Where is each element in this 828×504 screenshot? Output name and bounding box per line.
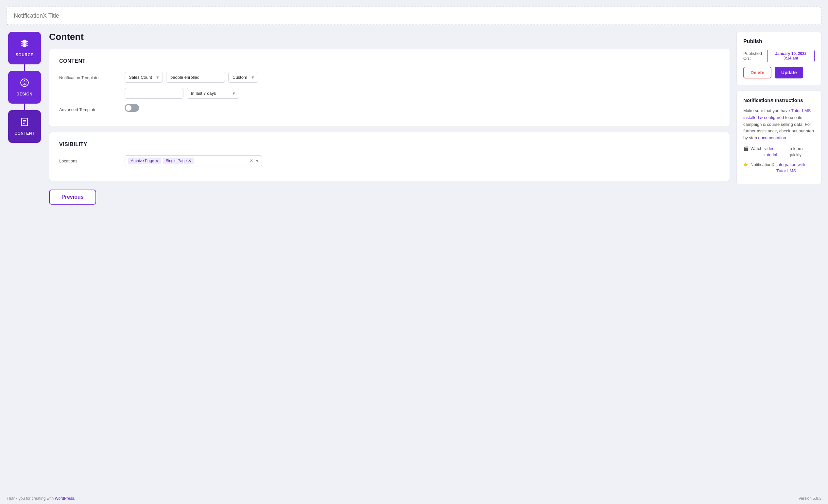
sales-count-wrapper: Sales Count Sales Value Conversion Custo… xyxy=(125,72,163,83)
notification-template-label: Notification Template xyxy=(59,72,125,80)
visibility-section-title: VISIBILITY xyxy=(59,141,720,147)
integration-prefix: NotificationX xyxy=(750,162,774,168)
instructions-before1: Make sure that you have xyxy=(743,108,791,113)
publish-title: Publish xyxy=(743,39,815,44)
delete-button[interactable]: Delete xyxy=(743,67,772,79)
locations-row: Locations Archive Page ✕ Single Page ✕ xyxy=(59,155,720,166)
video-tutorial-link[interactable]: video tutorial xyxy=(764,145,786,158)
template-text-input[interactable] xyxy=(125,88,183,99)
sidebar-source-label: SOURCE xyxy=(16,53,33,57)
toggle-slider xyxy=(125,104,139,112)
people-enrolled-input[interactable] xyxy=(166,72,225,83)
sidebar-item-content[interactable]: CONTENT xyxy=(8,110,41,143)
content-area: Content CONTENT Notification Template Sa… xyxy=(49,32,730,490)
visibility-card: VISIBILITY Locations Archive Page ✕ Sing… xyxy=(49,132,730,181)
svg-point-2 xyxy=(24,80,25,81)
published-on-value: January 10, 2022 3:14 am xyxy=(767,50,815,62)
footer-thanks-text: Thank you for creating with xyxy=(6,496,54,501)
footer-left-text: Thank you for creating with WordPress. xyxy=(6,496,75,501)
sidebar-item-design[interactable]: DESIGN xyxy=(8,71,41,104)
palette-icon xyxy=(20,78,29,89)
title-bar xyxy=(6,6,822,25)
pointing-icon: 👉 xyxy=(743,162,749,168)
watch-prefix: Watch xyxy=(750,145,762,152)
single-page-tag: Single Page ✕ xyxy=(163,157,194,164)
sidebar-item-source[interactable]: SOURCE xyxy=(8,32,41,64)
advanced-template-label: Advanced Template xyxy=(59,104,125,112)
previous-button[interactable]: Previous xyxy=(49,190,96,204)
archive-page-tag-label: Archive Page xyxy=(131,158,154,163)
layers-icon xyxy=(20,39,29,50)
video-icon: 🎬 xyxy=(743,145,749,152)
footer-bar: Thank you for creating with WordPress. V… xyxy=(6,493,822,501)
archive-page-remove-icon[interactable]: ✕ xyxy=(155,159,158,163)
advanced-template-toggle-wrapper xyxy=(125,104,139,112)
tags-controls: ✕ ▾ xyxy=(250,158,258,164)
sidebar-design-label: DESIGN xyxy=(16,92,32,96)
tags-clear-icon[interactable]: ✕ xyxy=(250,158,253,164)
sidebar-content-label: CONTENT xyxy=(14,131,35,136)
notification-template-dropdown1[interactable]: Sales Count Sales Value Conversion Custo… xyxy=(125,72,163,83)
custom-wrapper: Custom Default Minimal Modern ▼ xyxy=(228,72,258,83)
integration-row: 👉 NotificationX Integration with Tutor L… xyxy=(743,162,815,174)
update-button[interactable]: Update xyxy=(775,67,803,79)
svg-point-0 xyxy=(20,79,28,86)
locations-label: Locations xyxy=(59,155,125,164)
content-card: CONTENT Notification Template Sales Coun… xyxy=(49,49,730,127)
file-text-icon xyxy=(20,117,29,129)
notification-title-input[interactable] xyxy=(14,12,814,19)
archive-page-tag: Archive Page ✕ xyxy=(128,157,161,164)
publish-card: Publish Published On : January 10, 2022 … xyxy=(737,32,822,85)
content-section-title: CONTENT xyxy=(59,58,720,64)
sidebar-connector-1 xyxy=(24,64,25,71)
instructions-card: NotificationX Instructions Make sure tha… xyxy=(737,91,822,184)
wordpress-link[interactable]: WordPress xyxy=(55,496,74,501)
instructions-para1: Make sure that you have Tutor LMS instal… xyxy=(743,107,815,141)
right-panel: Publish Published On : January 10, 2022 … xyxy=(737,32,822,490)
documentation-link[interactable]: documentation xyxy=(758,135,786,140)
sidebar: SOURCE DESIGN xyxy=(6,32,43,490)
watch-suffix: to learn quickly xyxy=(788,145,815,158)
time-range-wrapper: In last 7 days In last 30 days In last 9… xyxy=(187,88,239,99)
locations-tags-container[interactable]: Archive Page ✕ Single Page ✕ ✕ ▾ xyxy=(125,155,262,166)
instructions-title: NotificationX Instructions xyxy=(743,97,815,103)
svg-point-1 xyxy=(23,81,24,83)
integration-link[interactable]: Integration with Tutor LMS xyxy=(776,162,815,174)
publish-date-row: Published On : January 10, 2022 3:14 am xyxy=(743,50,815,62)
tags-dropdown-icon[interactable]: ▾ xyxy=(256,158,258,164)
single-page-remove-icon[interactable]: ✕ xyxy=(188,159,191,163)
svg-point-3 xyxy=(26,81,27,83)
advanced-template-controls xyxy=(125,104,139,112)
notification-template-row: Notification Template Sales Count Sales … xyxy=(59,72,720,83)
watch-tutorial-row: 🎬 Watch video tutorial to learn quickly xyxy=(743,145,815,158)
template-second-row: In last 7 days In last 30 days In last 9… xyxy=(59,88,720,99)
advanced-template-toggle[interactable] xyxy=(125,104,139,112)
instructions-period: . xyxy=(786,135,787,140)
locations-controls: Archive Page ✕ Single Page ✕ ✕ ▾ xyxy=(125,155,262,166)
sidebar-connector-2 xyxy=(24,104,25,110)
time-range-dropdown[interactable]: In last 7 days In last 30 days In last 9… xyxy=(187,88,239,99)
single-page-tag-label: Single Page xyxy=(165,158,187,163)
notification-template-dropdown2[interactable]: Custom Default Minimal Modern xyxy=(228,72,258,83)
published-on-label: Published On : xyxy=(743,51,767,61)
page-heading: Content xyxy=(49,32,730,42)
version-text: Version 5.9.3 xyxy=(798,496,822,501)
notification-template-controls: Sales Count Sales Value Conversion Custo… xyxy=(125,72,258,83)
advanced-template-row: Advanced Template xyxy=(59,104,720,112)
